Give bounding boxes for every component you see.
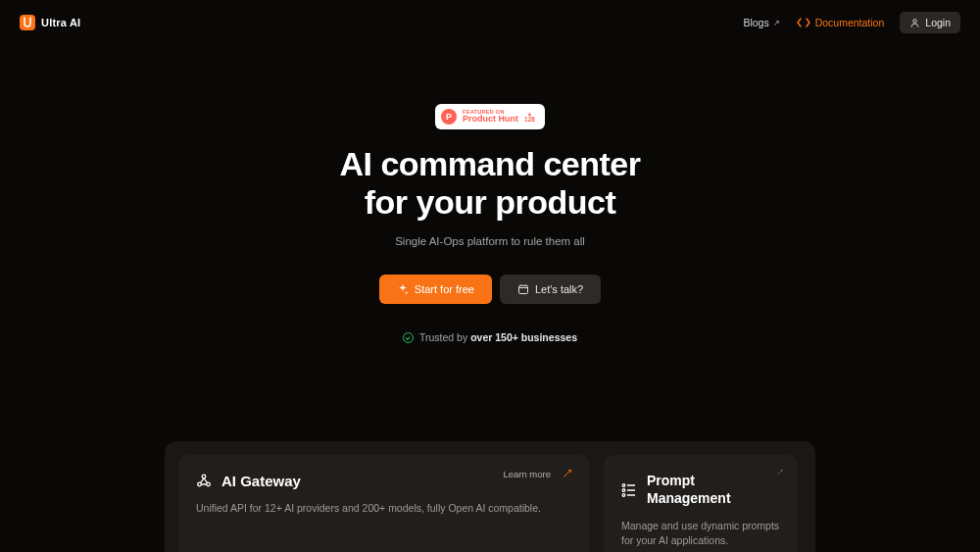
feature-cards: Learn more → AI Gateway Unified API for … xyxy=(165,441,815,552)
svg-point-4 xyxy=(207,482,211,486)
card-desc: Manage and use dynamic prompts for your … xyxy=(621,519,780,548)
card-prompt-management[interactable]: → Prompt Management Manage and use dynam… xyxy=(604,455,798,552)
svg-point-2 xyxy=(202,475,206,478)
start-free-button[interactable]: Start for free xyxy=(379,275,492,304)
cta-row: Start for free Let's talk? xyxy=(379,275,601,304)
card-ai-gateway[interactable]: Learn more → AI Gateway Unified API for … xyxy=(178,455,590,552)
card-title: Prompt Management xyxy=(647,473,731,507)
svg-point-0 xyxy=(913,19,916,22)
external-link-icon: ↗ xyxy=(773,19,780,27)
nav-docs-link[interactable]: Documentation xyxy=(796,15,885,30)
login-button[interactable]: Login xyxy=(900,12,960,33)
top-nav: Blogs ↗ Documentation Login xyxy=(743,12,960,33)
settings-list-icon xyxy=(621,482,637,498)
learn-more-link[interactable]: Learn more xyxy=(503,469,551,479)
check-circle-icon xyxy=(403,332,414,343)
ph-name: Product Hunt xyxy=(463,115,518,124)
card-desc: Unified API for 12+ AI providers and 200… xyxy=(196,501,572,516)
sparkle-icon xyxy=(397,283,409,295)
hero-subtitle: Single AI-Ops platform to rule them all xyxy=(395,235,585,247)
calendar-icon xyxy=(517,283,529,295)
lets-talk-button[interactable]: Let's talk? xyxy=(500,275,601,304)
hero-title: AI command center for your product xyxy=(339,145,640,222)
product-hunt-badge[interactable]: P FEATURED ON Product Hunt ▲ 128 xyxy=(435,104,545,129)
nav-blogs-link[interactable]: Blogs ↗ xyxy=(743,17,779,28)
svg-point-3 xyxy=(198,482,202,486)
code-icon xyxy=(796,15,811,30)
svg-point-7 xyxy=(622,493,625,496)
product-hunt-icon: P xyxy=(441,109,457,125)
trust-line: Trusted by over 150+ businesses xyxy=(403,331,577,343)
svg-point-5 xyxy=(622,483,625,486)
user-icon xyxy=(909,18,920,28)
brand-logo-icon xyxy=(20,15,35,30)
svg-point-6 xyxy=(622,488,625,491)
ph-upvote: ▲ 128 xyxy=(524,111,535,124)
network-icon xyxy=(196,474,212,489)
hero: P FEATURED ON Product Hunt ▲ 128 AI comm… xyxy=(0,39,980,343)
brand[interactable]: Ultra AI xyxy=(20,15,80,30)
brand-name: Ultra AI xyxy=(41,17,80,28)
card-title: AI Gateway xyxy=(221,473,301,489)
svg-rect-1 xyxy=(518,285,527,293)
